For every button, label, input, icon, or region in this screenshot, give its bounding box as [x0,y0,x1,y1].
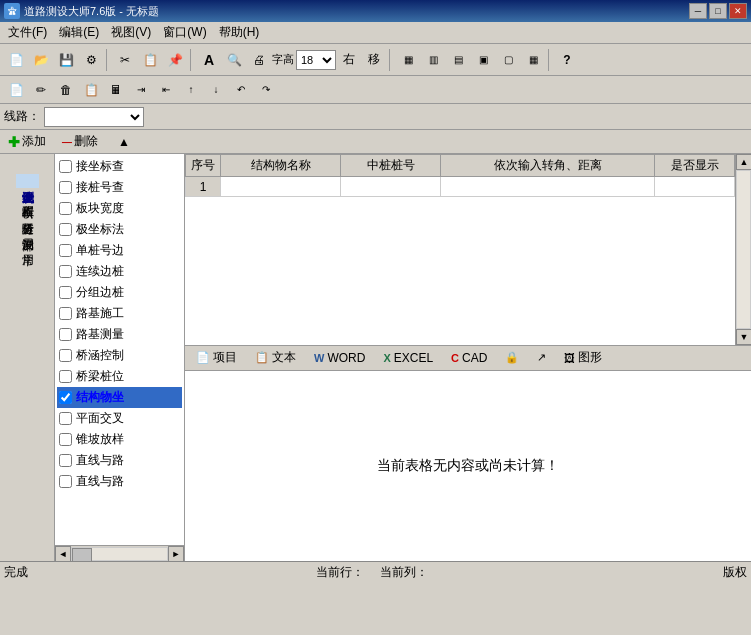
cell-data-1[interactable] [441,177,655,197]
vscroll-area[interactable]: ▲ ▼ [735,154,751,345]
list-item-12[interactable]: 平面交叉 [57,408,182,429]
tab-arrow[interactable]: ↗ [530,348,553,367]
maximize-button[interactable]: □ [709,3,727,19]
tb2-btn-up[interactable]: ↑ [179,78,203,102]
cell-stake-1[interactable] [341,177,441,197]
table-btn2[interactable]: ▥ [421,48,445,72]
table-btn5[interactable]: ▢ [496,48,520,72]
vscroll-up[interactable]: ▲ [736,154,751,170]
tb2-btn2[interactable]: ✏ [29,78,53,102]
route-select[interactable] [44,107,144,127]
list-item-4[interactable]: 单桩号边 [57,240,182,261]
list-item-7[interactable]: 路基施工 [57,303,182,324]
table-row[interactable]: 1 [186,177,735,197]
delete-button[interactable]: ─ 删除 [58,132,102,151]
list-check-2[interactable] [59,202,72,215]
list-check-3[interactable] [59,223,72,236]
list-item-11[interactable]: 结构物坐 [57,387,182,408]
tab-lock[interactable]: 🔒 [498,348,526,367]
list-item-5[interactable]: 连续边桩 [57,261,182,282]
tab-graph[interactable]: 🖼 图形 [557,346,609,369]
list-hscroll-thumb[interactable] [72,548,92,562]
close-button[interactable]: ✕ [729,3,747,19]
list-check-13[interactable] [59,433,72,446]
menu-window[interactable]: 窗口(W) [157,23,212,43]
add-button[interactable]: ✚ 添加 [4,132,50,151]
list-hscroll[interactable]: ◄ ► [55,545,184,561]
sidebar-item-crosssection[interactable]: 横断工程 [16,190,39,204]
settings-button[interactable]: ⚙ [79,48,103,72]
help-button[interactable]: ? [555,48,579,72]
list-hscroll-left[interactable]: ◄ [55,546,71,562]
new-button[interactable]: 📄 [4,48,28,72]
list-item-14[interactable]: 直线与路 [57,450,182,471]
print-button[interactable]: 🖨 [247,48,271,72]
open-button[interactable]: 📂 [29,48,53,72]
list-item-13[interactable]: 锥坡放样 [57,429,182,450]
tab-project[interactable]: 📄 项目 [189,346,244,369]
tb2-btn1[interactable]: 📄 [4,78,28,102]
list-check-5[interactable] [59,265,72,278]
table-scroll-area[interactable]: 序号 结构物名称 中桩桩号 依次输入转角、距离 是否显示 1 [185,154,735,345]
sidebar-item-common[interactable]: 常用 [16,238,39,252]
vscroll-down[interactable]: ▼ [736,329,751,345]
cell-show-1[interactable] [655,177,735,197]
tb2-btn-down[interactable]: ↓ [204,78,228,102]
list-check-4[interactable] [59,244,72,257]
search-button[interactable]: 🔍 [222,48,246,72]
tb2-btn7[interactable]: ⇤ [154,78,178,102]
tab-cad[interactable]: C CAD [444,348,494,368]
sidebar-item-guideline[interactable]: 导线平差 [16,158,39,172]
list-hscroll-right[interactable]: ► [168,546,184,562]
menu-edit[interactable]: 编辑(E) [53,23,105,43]
move-button[interactable]: 移 [362,48,386,72]
sidebar-item-partial[interactable]: 局部测设 [16,222,39,236]
cell-name-1[interactable] [221,177,341,197]
tb2-btn5[interactable]: 🖩 [104,78,128,102]
list-item-2[interactable]: 板块宽度 [57,198,182,219]
list-scrollable[interactable]: 接坐标查 接桩号查 板块宽度 极坐标法 单桩号边 [55,154,184,545]
table-btn4[interactable]: ▣ [471,48,495,72]
list-check-10[interactable] [59,370,72,383]
save-button[interactable]: 💾 [54,48,78,72]
list-check-1[interactable] [59,181,72,194]
tb2-btn4[interactable]: 📋 [79,78,103,102]
list-check-7[interactable] [59,307,72,320]
paste-button[interactable]: 📌 [163,48,187,72]
list-item-15[interactable]: 直线与路 [57,471,182,492]
tb2-btn-undo[interactable]: ↶ [229,78,253,102]
tab-word[interactable]: W WORD [307,348,372,368]
list-item-10[interactable]: 桥梁桩位 [57,366,182,387]
list-item-0[interactable]: 接坐标查 [57,156,182,177]
vscroll-track[interactable] [736,170,751,329]
list-item-9[interactable]: 桥涵控制 [57,345,182,366]
menu-help[interactable]: 帮助(H) [213,23,266,43]
list-check-11[interactable] [59,391,72,404]
list-check-14[interactable] [59,454,72,467]
list-item-3[interactable]: 极坐标法 [57,219,182,240]
table-btn1[interactable]: ▦ [396,48,420,72]
cut-button[interactable]: ✂ [113,48,137,72]
list-check-8[interactable] [59,328,72,341]
list-item-8[interactable]: 路基测量 [57,324,182,345]
copy-button[interactable]: 📋 [138,48,162,72]
sidebar-item-fullline[interactable]: 全线测设 [16,174,39,188]
sidebar-item-tunnel[interactable]: 隧道分析 [16,206,39,220]
tab-text[interactable]: 📋 文本 [248,346,303,369]
minimize-button[interactable]: ─ [689,3,707,19]
table-btn6[interactable]: ▦ [521,48,545,72]
list-check-15[interactable] [59,475,72,488]
tb2-btn3[interactable]: 🗑 [54,78,78,102]
align-right-button[interactable]: 右 [337,48,361,72]
list-check-6[interactable] [59,286,72,299]
menu-view[interactable]: 视图(V) [105,23,157,43]
list-item-1[interactable]: 接桩号查 [57,177,182,198]
list-item-6[interactable]: 分组边桩 [57,282,182,303]
menu-file[interactable]: 文件(F) [2,23,53,43]
list-check-0[interactable] [59,160,72,173]
list-check-9[interactable] [59,349,72,362]
bold-button[interactable]: A [197,48,221,72]
tb2-btn6[interactable]: ⇥ [129,78,153,102]
table-btn3[interactable]: ▤ [446,48,470,72]
tb2-btn-redo[interactable]: ↷ [254,78,278,102]
